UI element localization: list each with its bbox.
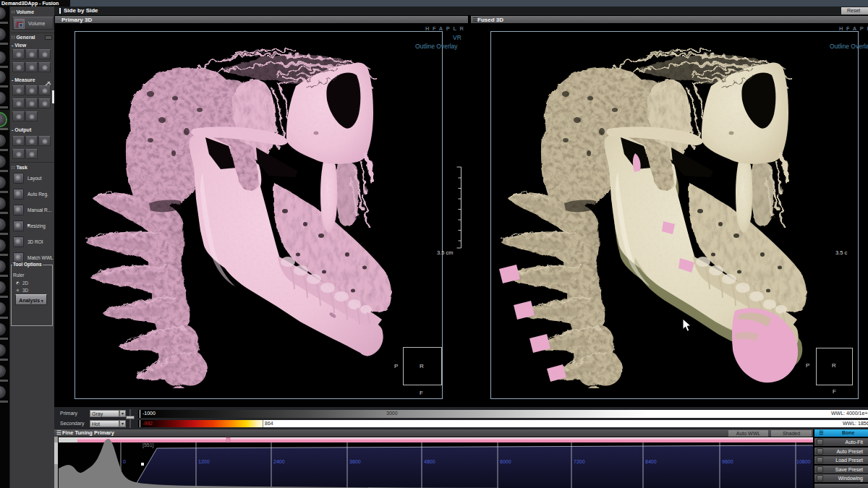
svg-text:2400: 2400	[273, 459, 285, 464]
svg-text:1200: 1200	[198, 459, 210, 464]
svg-text:8400: 8400	[645, 459, 657, 464]
svg-text:3600: 3600	[349, 459, 361, 464]
svg-text:10800: 10800	[796, 459, 811, 464]
svg-text:4800: 4800	[424, 459, 435, 464]
svg-text:6000: 6000	[500, 459, 511, 464]
svg-text:9600: 9600	[722, 459, 733, 464]
svg-text:0: 0	[123, 459, 126, 464]
svg-text:7200: 7200	[574, 459, 585, 464]
svg-text:[551]: [551]	[142, 442, 154, 448]
